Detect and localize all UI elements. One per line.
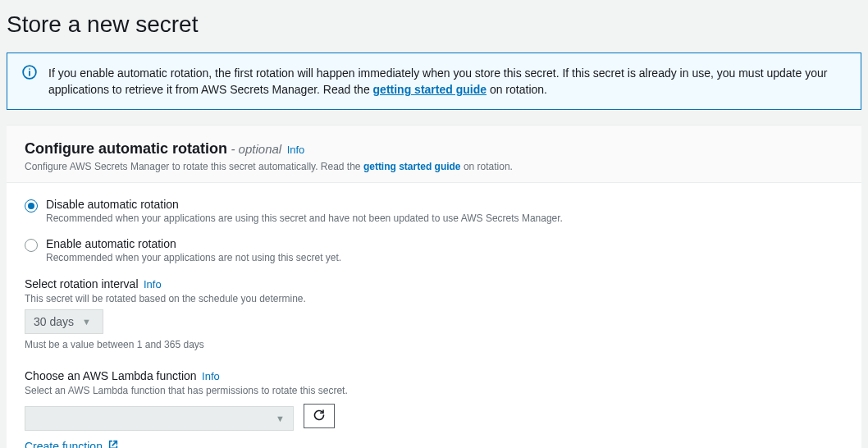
rotation-info-alert: If you enable automatic rotation, the fi… bbox=[7, 53, 861, 110]
panel-description: Configure AWS Secrets Manager to rotate … bbox=[25, 161, 843, 172]
interval-select[interactable]: 30 days ▼ bbox=[25, 309, 103, 334]
alert-text: If you enable automatic rotation, the fi… bbox=[48, 65, 846, 98]
getting-started-guide-link[interactable]: getting started guide bbox=[373, 83, 487, 96]
rotation-interval-field: Select rotation interval Info This secre… bbox=[25, 277, 843, 350]
enable-rotation-desc: Recommended when your applications are n… bbox=[46, 252, 341, 263]
lambda-function-field: Choose an AWS Lambda function Info Selec… bbox=[25, 368, 843, 448]
page-title: Store a new secret bbox=[3, 0, 865, 53]
caret-down-icon: ▼ bbox=[82, 317, 91, 327]
disable-rotation-label: Disable automatic rotation bbox=[46, 198, 563, 211]
panel-heading: Configure automatic rotation bbox=[25, 140, 227, 157]
configure-rotation-panel: Configure automatic rotation - optional … bbox=[7, 125, 861, 448]
interval-select-value: 30 days bbox=[34, 315, 74, 328]
disable-rotation-desc: Recommended when your applications are u… bbox=[46, 213, 563, 224]
refresh-icon bbox=[313, 409, 326, 424]
caret-down-icon: ▼ bbox=[276, 414, 285, 423]
create-function-link[interactable]: Create function bbox=[25, 439, 119, 448]
external-link-icon bbox=[107, 439, 119, 448]
enable-rotation-radio[interactable]: Enable automatic rotation Recommended wh… bbox=[25, 237, 843, 263]
lambda-desc: Select an AWS Lambda function that has p… bbox=[25, 385, 843, 396]
radio-icon bbox=[25, 239, 38, 252]
refresh-button[interactable] bbox=[304, 404, 335, 428]
enable-rotation-label: Enable automatic rotation bbox=[46, 237, 341, 250]
optional-label: - optional bbox=[231, 142, 281, 156]
radio-icon bbox=[25, 199, 38, 213]
svg-point-2 bbox=[29, 68, 30, 70]
getting-started-guide-link-small[interactable]: getting started guide bbox=[363, 161, 461, 172]
panel-header: Configure automatic rotation - optional … bbox=[7, 126, 861, 183]
lambda-label: Choose an AWS Lambda function bbox=[25, 369, 197, 382]
info-icon bbox=[22, 65, 37, 80]
interval-label: Select rotation interval bbox=[25, 277, 139, 290]
interval-info-link[interactable]: Info bbox=[144, 278, 162, 290]
config-info-link[interactable]: Info bbox=[287, 144, 305, 156]
lambda-select[interactable]: ▼ bbox=[25, 406, 294, 431]
lambda-info-link[interactable]: Info bbox=[202, 370, 220, 382]
disable-rotation-radio[interactable]: Disable automatic rotation Recommended w… bbox=[25, 198, 843, 224]
interval-desc: This secret will be rotated based on the… bbox=[25, 293, 843, 304]
interval-constraint: Must be a value between 1 and 365 days bbox=[25, 339, 843, 350]
